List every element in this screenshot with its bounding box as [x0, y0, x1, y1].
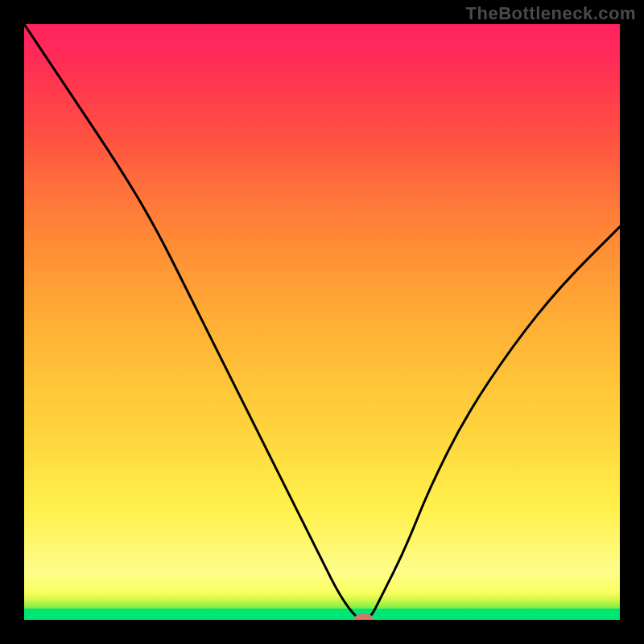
chart-frame: TheBottleneck.com [0, 0, 644, 644]
plot-area [24, 24, 620, 620]
attribution-text: TheBottleneck.com [466, 3, 636, 24]
